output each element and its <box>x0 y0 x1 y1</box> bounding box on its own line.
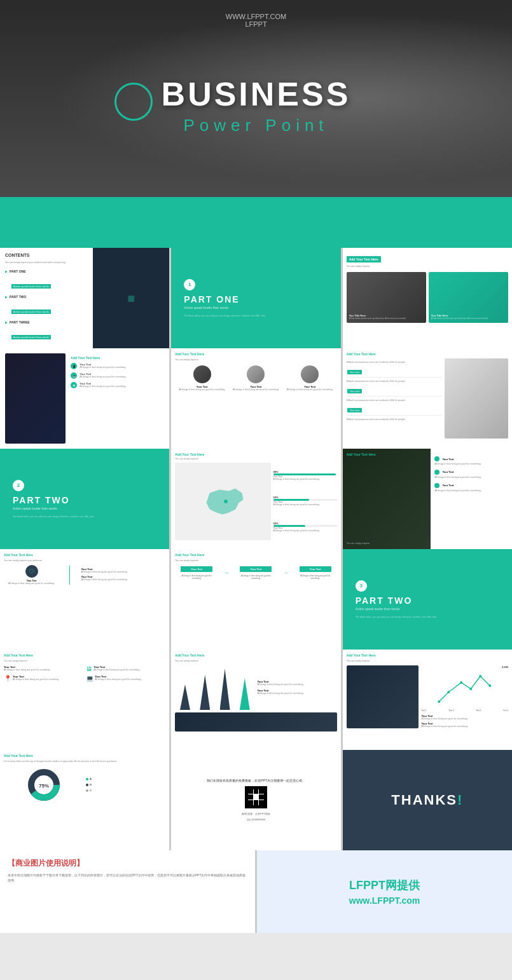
info-right: Your Text All things in their being are … <box>80 565 165 585</box>
part-one-subtitle: Action speak louder than words <box>184 306 328 310</box>
hero-content: BUSINESS Power Point <box>162 62 351 135</box>
svg-point-3 <box>470 688 473 690</box>
svg-point-5 <box>489 684 492 687</box>
donut-label-row-2: B <box>86 783 165 786</box>
text-list-item-4: Difficult circumstances serve as a textb… <box>347 418 442 421</box>
tech-layout: Add Your Text Here You can simply impres… <box>343 449 512 549</box>
contents-label-3: PART THREE <box>10 320 30 324</box>
triangle-bars <box>175 665 254 710</box>
list-item-2: 💻 Your Text All things in their being ar… <box>71 372 162 379</box>
photo-text-2: You Title Here A few short words sum up … <box>431 314 506 320</box>
add-text-label-9: Add Your Text Here <box>175 653 336 657</box>
slide-location: Add Your Text Here You can simply impres… <box>0 650 169 750</box>
slide-part-three-green: 3 PART TWO Action speak louder than word… <box>343 549 512 650</box>
photo-col-2: You Title Here A few short words sum up … <box>429 272 508 323</box>
bottom-disclaimer: 【商业图片使用说明】 本页中所出现图片均授权于于图片库下载使用，以下列出的所有图… <box>0 850 255 933</box>
slide-grid-row3: 2 PART TWO Action speak louder than word… <box>0 449 512 549</box>
arrow-icon-1: ▶ <box>5 269 8 273</box>
add-text-label-2: Add Your Text Here <box>71 356 162 360</box>
part-one-title: PART ONE <box>184 294 328 304</box>
tri-bar-1 <box>180 684 190 710</box>
slide-part-one: 1 PART ONE Action speak louder than word… <box>171 248 340 348</box>
svg-point-4 <box>480 675 482 677</box>
qr-pattern <box>248 789 264 805</box>
lfppt-title: LFPPT网提供 <box>349 878 420 893</box>
china-map-svg <box>197 484 248 519</box>
add-text-label-3: Add Your Text Here <box>175 352 336 356</box>
tech-item-1: Your Text All things in their being are … <box>434 456 508 466</box>
progress-item-2: 56% Your Text All things in their being … <box>273 496 337 507</box>
slide-contents: CONTENTS You can simply impress your aud… <box>0 248 169 348</box>
icons-list-content: Add Your Text Here 📱 Your Text All thing… <box>5 353 164 444</box>
list-item-1: 📱 Your Text All things in their being ar… <box>71 363 162 369</box>
legend-dot-2 <box>86 784 88 786</box>
thanks-exclaim: ! <box>457 792 463 808</box>
qr-desc: 我们长期发布高质量的免费模板，欢迎PPT关注我微博一起交流心得。 <box>207 779 305 782</box>
slide-donut: Add Your Text Here Cur bravery offers no… <box>0 750 169 850</box>
tri-bar-2 <box>200 675 210 710</box>
tri-label-1: Your Text All things in their being are … <box>258 680 337 686</box>
badge-col-1: Your Text All things in their being are … <box>181 566 212 580</box>
contents-item-2: ▶ PART TWO <box>5 295 88 299</box>
svg-point-2 <box>460 681 463 684</box>
two-col-content: You Title Here A few short words sum up … <box>347 272 508 323</box>
tech-icon-2 <box>434 470 439 475</box>
slide-grid-row4: Add Your Text Here You can simply impres… <box>0 549 512 650</box>
part-three-title: PART TWO <box>356 595 499 606</box>
part-one-number: 1 <box>184 279 195 290</box>
contents-tag-2: Action speak louder than words <box>11 304 88 315</box>
contents-item-1: ▶ PART ONE <box>5 269 88 273</box>
photo-dark-left <box>347 665 419 728</box>
badge-2: Your text <box>347 389 363 393</box>
progress-item-3: 50% Your Text All things in their being … <box>273 522 337 533</box>
slide-infographic: Add Your Text Here You can simply impres… <box>0 549 169 650</box>
photo-text-1: You Title Here A few short words sum up … <box>349 314 424 320</box>
slide-grid-row6: Add Your Text Here Cur bravery offers no… <box>0 750 512 850</box>
avatar-1 <box>193 365 211 383</box>
list-text-2: Your Text All things in their being are … <box>80 372 126 379</box>
contents-item-3: ▶ PART THREE <box>5 320 88 324</box>
avatar-3 <box>301 365 319 383</box>
arrow-icon-2: ▶ <box>5 295 8 299</box>
map-dot <box>224 500 228 503</box>
keyboard-photo-small <box>175 712 336 732</box>
part-three-number: 3 <box>356 580 367 592</box>
slide-icons-list: Add Your Text Here 📱 Your Text All thing… <box>0 348 169 449</box>
part-three-footer: The blank slides, you can add your own d… <box>356 616 499 619</box>
list-text-3: Your Text All things in their being are … <box>80 382 126 388</box>
green-divider <box>0 197 512 248</box>
tech-header: Add Your Text Here <box>347 453 427 456</box>
slide-map-chart: Add Your Text Here You can simply impres… <box>171 449 340 549</box>
contents-desc: You can simply impress your audience and… <box>5 261 88 264</box>
svg-text:75%: 75% <box>39 783 49 789</box>
part-two-title: PART TWO <box>13 495 156 505</box>
contents-label-1: PART ONE <box>10 269 25 273</box>
line-chart-right: 3,342 Text 1 Text 2 Text 3 T <box>421 665 508 728</box>
disclaimer-text: 本页中所出现图片均授权于于图片库下载使用，以下列出的所有图片，您可以合法的在此P… <box>8 873 247 883</box>
svg-point-0 <box>438 700 441 703</box>
contents-label-2: PART TWO <box>10 295 26 299</box>
thanks-content: THANKS! <box>391 792 463 808</box>
slide-text-list: Add Your Text Here Difficult circumstanc… <box>343 348 512 449</box>
avatar-2 <box>247 365 265 383</box>
thanks-text: THANKS! <box>391 792 463 808</box>
info-connector <box>61 565 78 585</box>
list-text-1: Your Text All things in their being are … <box>80 363 126 369</box>
icons-list-right: Add Your Text Here 📱 Your Text All thing… <box>68 353 164 444</box>
loc-item-2: 🖥 Your Text All things in their being ar… <box>86 665 165 672</box>
disclaimer-title: 【商业图片使用说明】 <box>8 858 247 869</box>
photo-right <box>445 358 508 439</box>
map-desc: You can simply impress <box>175 458 336 461</box>
donut-chart: 75% <box>4 766 83 804</box>
tech-icon-1 <box>434 456 439 461</box>
add-text-label-10: Add Your Text Here <box>347 653 508 657</box>
progress-list: 98% Your Text All things in their being … <box>273 463 337 540</box>
text-list-item-2: Difficult circumstances serve as a textb… <box>347 380 442 397</box>
slide-part-two-green: 2 PART TWO Action speak louder than word… <box>0 449 169 549</box>
line-chart-svg <box>421 670 508 708</box>
device-icon-2: 💻 <box>71 372 77 379</box>
bottom-lfppt: LFPPT网提供 www.LFPPT.com <box>257 850 512 933</box>
slide-qr: 我们长期发布高质量的免费模板，欢迎PPT关注我微博一起交流心得。 微博 搜索：分… <box>171 750 340 850</box>
social-qq: QQ 2299999999 <box>247 818 266 821</box>
avatar-col-2: Your Text All things in their being are … <box>233 365 279 391</box>
